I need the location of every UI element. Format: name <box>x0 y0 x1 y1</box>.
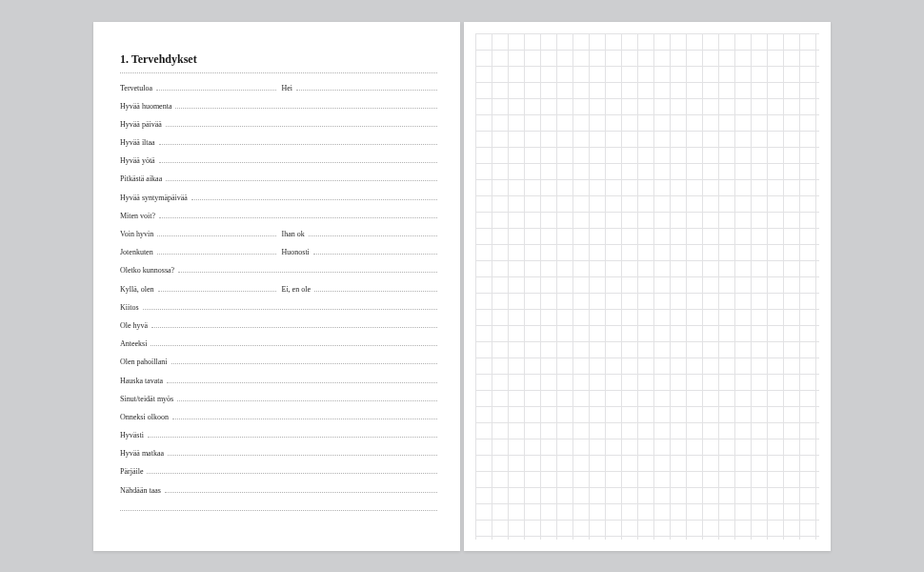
row-cell: Hyvää yötä <box>120 155 437 165</box>
term-label: Ihan ok <box>282 230 309 238</box>
term-label: Ei, en ole <box>282 285 314 294</box>
row-cell-right: Hei <box>282 83 438 92</box>
term-label: Hei <box>282 84 297 92</box>
row-cell: Oletko kunnossa? <box>120 265 437 275</box>
fill-line <box>313 247 437 255</box>
fill-line <box>309 229 437 236</box>
row-cell: Sinut/teidät myös <box>120 394 437 403</box>
row-cell-right: Ihan ok <box>282 229 438 238</box>
vocab-row: Oletko kunnossa? <box>120 265 437 283</box>
term-label: Ole hyvä <box>120 321 151 330</box>
fill-line <box>175 101 437 109</box>
row-cell: Kiitos <box>120 302 437 312</box>
term-label: Anteeksi <box>120 339 151 348</box>
left-page: 1. Tervehdykset TervetuloaHeiHyvää huome… <box>93 22 460 551</box>
row-cell: Nähdään taas <box>120 485 437 495</box>
term-label: Olen pahoillani <box>120 358 171 366</box>
fill-line <box>314 284 437 292</box>
fill-line <box>166 119 437 127</box>
term-label: Voin hyvin <box>120 230 157 238</box>
term-label: Tervetuloa <box>120 84 156 92</box>
row-cell <box>120 503 437 511</box>
row-cell-left: Voin hyvin <box>120 229 276 238</box>
vocab-row: Hyvää päivää <box>120 119 437 137</box>
fill-line <box>157 229 275 236</box>
vocab-row: Hyvää matkaa <box>120 448 437 466</box>
row-cell: Anteeksi <box>120 338 437 348</box>
vocab-row: Olen pahoillani <box>120 357 437 375</box>
term-label: Oletko kunnossa? <box>120 266 178 275</box>
fill-line <box>177 394 437 401</box>
vocab-row: Hyvää yötä <box>120 155 437 174</box>
row-cell: Hyvää huomenta <box>120 101 437 111</box>
row-cell: Hyvää päivää <box>120 119 437 129</box>
fill-line <box>120 503 437 511</box>
term-label: Hyvää matkaa <box>120 449 168 458</box>
fill-line <box>157 247 276 255</box>
row-cell-left: Tervetuloa <box>120 83 276 92</box>
vocab-row: Hyvää syntymäpäivää <box>120 193 437 211</box>
fill-line <box>148 430 437 438</box>
row-cell: Hyvää syntymäpäivää <box>120 193 437 202</box>
vocab-row: Pitkästä aikaa <box>120 174 437 192</box>
fill-line <box>158 284 276 292</box>
row-cell: Hauska tavata <box>120 376 437 385</box>
row-cell: Hyvää matkaa <box>120 448 437 458</box>
page-spread: 1. Tervehdykset TervetuloaHeiHyvää huome… <box>93 22 831 551</box>
term-label: Hyvästi <box>120 431 148 439</box>
term-label: Hyvää syntymäpäivää <box>120 194 191 202</box>
row-cell: Miten voit? <box>120 211 437 220</box>
term-label: Kyllä, olen <box>120 285 158 294</box>
vocab-rows: TervetuloaHeiHyvää huomentaHyvää päivääH… <box>120 83 437 522</box>
row-cell-right: Huonosti <box>282 247 438 256</box>
term-label: Onneksi olkoon <box>120 413 172 421</box>
term-label: Jotenkuten <box>120 248 157 256</box>
row-cell: Pitkästä aikaa <box>120 174 437 183</box>
term-label: Miten voit? <box>120 212 159 220</box>
row-cell: Pärjäile <box>120 466 437 476</box>
row-cell: Hyvästi <box>120 430 437 439</box>
term-label: Sinut/teidät myös <box>120 395 177 403</box>
row-cell: Ole hyvä <box>120 320 437 330</box>
fill-line <box>296 83 437 91</box>
row-cell: Olen pahoillani <box>120 357 437 366</box>
term-label: Hyvää iltaa <box>120 138 159 147</box>
vocab-row: Hauska tavata <box>120 376 437 394</box>
vocab-row: Ole hyvä <box>120 320 437 338</box>
term-label: Nähdään taas <box>120 486 165 495</box>
term-label: Pärjäile <box>120 467 147 476</box>
section-heading: 1. Tervehdykset <box>120 52 437 67</box>
right-page <box>464 22 831 551</box>
row-cell: Onneksi olkoon <box>120 412 437 421</box>
vocab-row: Onneksi olkoon <box>120 412 437 430</box>
row-cell-left: Jotenkuten <box>120 247 276 256</box>
row-cell-left: Kyllä, olen <box>120 284 276 294</box>
term-label: Hyvää päivää <box>120 120 166 129</box>
fill-line <box>151 338 437 346</box>
fill-line <box>165 485 437 493</box>
vocab-row: Hyvää iltaa <box>120 137 437 155</box>
fill-line <box>159 155 437 163</box>
term-label: Kiitos <box>120 303 143 312</box>
fill-line <box>191 193 437 200</box>
row-cell: Hyvää iltaa <box>120 137 437 147</box>
vocab-row: Pärjäile <box>120 466 437 484</box>
term-label: Hyvää yötä <box>120 156 159 165</box>
term-label: Hauska tavata <box>120 377 167 385</box>
vocab-row: Hyvästi <box>120 430 437 448</box>
fill-line <box>151 320 437 328</box>
vocab-row: Hyvää huomenta <box>120 101 437 119</box>
fill-line <box>159 137 437 145</box>
vocab-row <box>120 503 437 521</box>
fill-line <box>156 83 275 91</box>
fill-line <box>172 412 437 419</box>
term-label: Huonosti <box>282 248 313 256</box>
vocab-row: Nähdään taas <box>120 485 437 503</box>
fill-line <box>167 376 437 383</box>
fill-line <box>178 265 437 273</box>
term-label: Hyvää huomenta <box>120 102 175 111</box>
vocab-row: Miten voit? <box>120 211 437 229</box>
vocab-row: Kyllä, olenEi, en ole <box>120 284 437 302</box>
vocab-row: Voin hyvinIhan ok <box>120 229 437 247</box>
fill-line <box>147 466 437 474</box>
